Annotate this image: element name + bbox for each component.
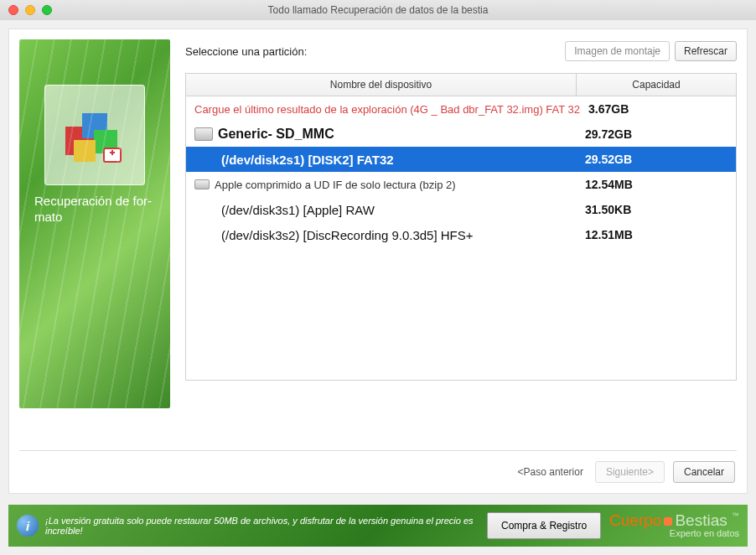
brand-word-b: Bestias xyxy=(675,511,727,529)
table-row[interactable]: (/dev/disk3s2) [DiscRecording 9.0.3d5] H… xyxy=(186,222,736,247)
table-row[interactable]: (/dev/disk3s1) [Apple] RAW31.50KB xyxy=(186,197,736,222)
device-name: Cargue el último resultado de la explora… xyxy=(194,103,580,116)
device-capacity: 12.54MB xyxy=(577,178,736,191)
device-name: (/dev/disk2s1) [DISK2] FAT32 xyxy=(221,153,394,167)
table-row[interactable]: Apple comprimido a UD IF de solo lectura… xyxy=(186,172,736,197)
svg-rect-2 xyxy=(94,130,117,153)
device-name: (/dev/disk3s2) [DiscRecording 9.0.3d5] H… xyxy=(221,228,474,242)
mode-icon xyxy=(44,85,145,185)
buy-register-button[interactable]: Compra & Registro xyxy=(487,512,601,539)
col-capacity: Capacidad xyxy=(577,74,736,96)
mount-image-button[interactable]: Imagen de montaje xyxy=(565,41,670,61)
svg-rect-4 xyxy=(104,148,121,162)
sidebar: Recuperación de for­mato xyxy=(19,39,170,408)
table-header: Nombre del dispositivo Capacidad xyxy=(186,74,736,96)
refresh-button[interactable]: Refrescar xyxy=(675,41,737,61)
divider xyxy=(19,450,737,451)
device-capacity: 12.51MB xyxy=(577,228,736,241)
svg-rect-3 xyxy=(74,140,96,162)
table-row[interactable]: Cargue el último resultado de la explora… xyxy=(186,96,736,122)
table-row[interactable]: (/dev/disk2s1) [DISK2] FAT3229.52GB xyxy=(186,147,736,172)
cancel-button[interactable]: Cancelar xyxy=(673,461,735,483)
brand-word-a: Cuer­po xyxy=(609,511,661,529)
col-device-name: Nombre del dispositivo xyxy=(186,74,577,96)
main-panel: Recuperación de for­mato Seleccione una … xyxy=(8,29,748,494)
table-body: Cargue el último resultado de la explora… xyxy=(186,96,736,380)
footer-message: ¡La versión gratuita solo puede restaura… xyxy=(45,516,487,536)
svg-rect-1 xyxy=(82,113,107,138)
next-button[interactable]: Siguiente> xyxy=(595,461,665,483)
svg-rect-5 xyxy=(110,152,115,153)
device-name: Apple comprimido a UD IF de solo lectura… xyxy=(215,179,456,191)
mode-label: Recuperación de for­mato xyxy=(19,194,170,226)
titlebar: Todo llamado Recuperación de datos de la… xyxy=(0,0,756,20)
brand: Cuer­poBestias ™ Experto en datos xyxy=(609,512,739,538)
device-capacity: 29.52GB xyxy=(577,153,736,166)
device-name: (/dev/disk3s1) [Apple] RAW xyxy=(221,203,375,217)
window-title: Todo llamado Recuperación de datos de la… xyxy=(0,4,756,16)
partition-table: Nombre del dispositivo Capacidad Cargue … xyxy=(185,73,737,381)
content-area: Seleccione una partición: Imagen de mont… xyxy=(185,41,737,381)
device-capacity: 29.72GB xyxy=(577,127,736,141)
prev-button[interactable]: <Paso anterior xyxy=(515,462,587,482)
brand-bullet-icon xyxy=(664,517,672,526)
trademark: ™ xyxy=(732,511,739,520)
device-capacity: 31.50KB xyxy=(577,203,736,216)
prompt-label: Seleccione una partición: xyxy=(185,45,307,58)
footer: i ¡La versión gratuita solo puede restau… xyxy=(8,505,748,547)
disk-icon xyxy=(194,179,210,189)
svg-rect-6 xyxy=(111,150,113,155)
info-icon: i xyxy=(17,515,39,537)
nav-buttons: <Paso anterior Siguiente> Cancelar xyxy=(515,461,735,483)
brand-tagline: Experto en datos xyxy=(609,529,739,539)
device-name: Generic- SD_MMC xyxy=(218,127,334,142)
svg-rect-0 xyxy=(65,127,94,155)
device-capacity: 3.67GB xyxy=(580,102,736,116)
disk-icon xyxy=(194,127,213,141)
table-row[interactable]: Generic- SD_MMC29.72GB xyxy=(186,122,736,147)
